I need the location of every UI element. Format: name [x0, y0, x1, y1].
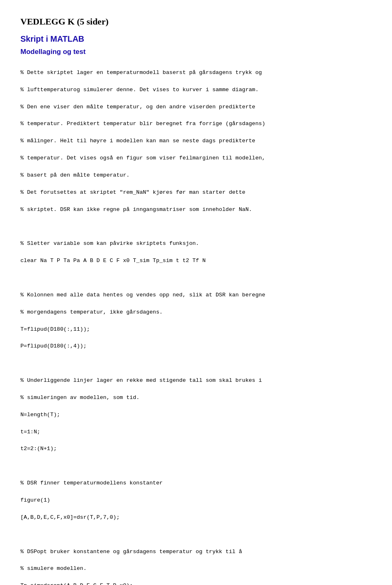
code-figure: figure(1): [20, 497, 50, 503]
comment-intro4: % temperatur. Prediktert temperatur blir…: [20, 121, 265, 127]
comment-intro6: % temperatur. Det vises også en figur so…: [20, 155, 265, 161]
comment-underlig2: % simuleringen av modellen, som tid.: [20, 394, 140, 401]
comment-dsr: % DSR finner temperaturmodellens konstan…: [20, 480, 163, 486]
comment-dspopt1: % DSPopt bruker konstantene og gårsdagen…: [20, 549, 242, 555]
section-title: Skript i MATLAB: [20, 34, 372, 44]
comment-intro5: % målinger. Helt til høyre i modellen ka…: [20, 138, 255, 144]
code-t: t=1:N;: [20, 429, 40, 435]
subsection-title: Modellaging og test: [20, 48, 372, 56]
comment-intro2: % lufttemperaturog simulerer denne. Det …: [20, 87, 258, 93]
comment-intro3: % Den ene viser den målte temperatur, og…: [20, 104, 255, 110]
comment-intro7: % basert på den målte temperatur.: [20, 172, 129, 178]
comment-intro9: % skriptet. DSR kan ikke regne på inngan…: [20, 206, 252, 213]
code-content: % Dette skriptet lager en temperaturmode…: [20, 60, 372, 585]
comment-dspopt2: % simulere modellen.: [20, 565, 87, 572]
code-P: P=flipud(D180(:,4));: [20, 343, 87, 349]
comment-intro1: % Dette skriptet lager en temperaturmode…: [20, 69, 262, 76]
comment-underlig1: % Underliggende linjer lager en rekke me…: [20, 377, 262, 383]
code-N: N=length(T);: [20, 412, 60, 418]
comment-kolonnen1: % Kolonnen med alle data hentes og vende…: [20, 292, 265, 298]
page-title: VEDLEGG K (5 sider): [20, 16, 372, 27]
code-T: T=flipud(D180(:,11));: [20, 326, 90, 332]
code-clear: clear Na T P Ta Pa A B D E C F x0 T_sim …: [20, 258, 206, 264]
comment-intro8: % Det forutsettes at skriptet "rem_NaN" …: [20, 189, 245, 195]
code-tpsim: Tp_sim=dsropt(A,B,D,E,C,F,T,P,x0);: [20, 583, 133, 585]
comment-sletter: % Sletter variable som kan påvirke skrip…: [20, 240, 199, 247]
code-t2: t2=2:(N+1);: [20, 446, 57, 452]
comment-kolonnen2: % morgendagens temperatur, ikke gårsdage…: [20, 309, 163, 315]
code-abde: [A,B,D,E,C,F,x0]=dsr(T,P,7,0);: [20, 514, 120, 520]
